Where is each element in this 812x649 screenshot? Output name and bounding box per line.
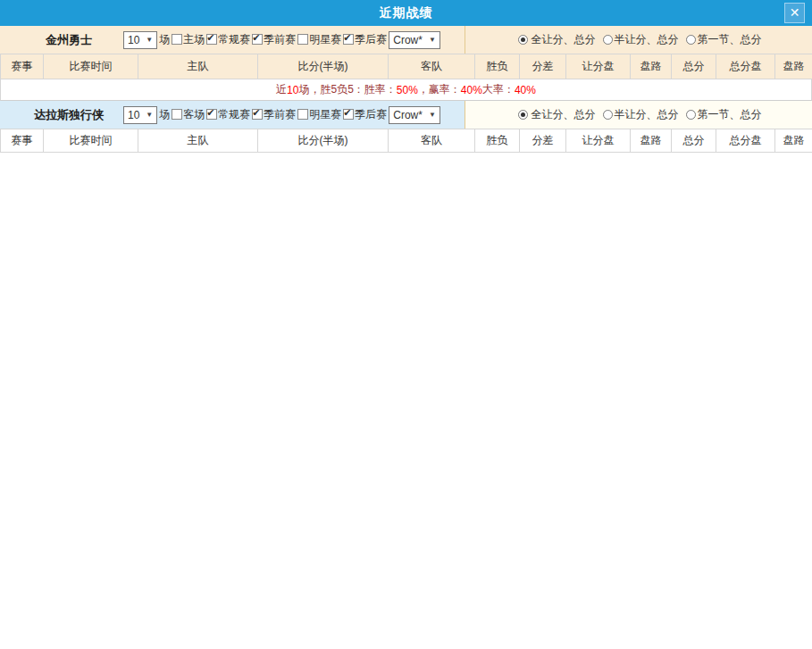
checkbox-label: 季前赛	[264, 107, 296, 122]
filter-radio-option[interactable]: 第一节、总分	[686, 32, 762, 47]
radio-label: 全让分、总分	[532, 32, 596, 47]
summary-text: 40%	[515, 84, 536, 96]
column-header: 赛事	[1, 129, 44, 153]
filter-radio-option[interactable]: 全让分、总分	[516, 32, 596, 47]
checkbox-unchecked-icon[interactable]	[172, 34, 182, 45]
games-count-suffix: 场	[159, 32, 170, 47]
summary-text: 大率：	[482, 82, 515, 97]
dropdown-arrow-icon: ▼	[429, 36, 436, 44]
column-header: 主队	[138, 54, 258, 79]
mavericks-filter-row: 达拉斯独行侠 10 ▼ 场 客场常规赛季前赛明星赛季后赛 Crow* ▼ 全让分…	[0, 101, 812, 129]
checkbox-label: 常规赛	[218, 32, 250, 47]
column-header: 总分盘	[716, 54, 775, 79]
filter-radio-option[interactable]: 第一节、总分	[686, 107, 762, 122]
checkbox-label: 季前赛	[264, 32, 296, 47]
checkbox-label: 客场	[183, 107, 205, 122]
filter-checkbox-option[interactable]: 季前赛	[250, 107, 296, 122]
checkbox-checked-icon[interactable]	[206, 34, 217, 45]
checkbox-checked-icon[interactable]	[252, 34, 263, 45]
filter-checkbox-option[interactable]: 客场	[170, 107, 205, 122]
warriors-radio-group: 全让分、总分半让分、总分第一节、总分	[465, 26, 812, 54]
column-header: 总分盘	[716, 129, 775, 153]
column-header: 主队	[138, 129, 258, 153]
dropdown-arrow-icon: ▼	[429, 111, 436, 119]
column-header: 盘路	[631, 54, 672, 79]
close-icon: ✕	[790, 5, 800, 20]
warriors-checkbox-group: 主场常规赛季前赛明星赛季后赛	[170, 32, 387, 48]
column-header: 胜负	[475, 54, 520, 79]
games-count-value: 10	[128, 34, 139, 46]
company-value: Crow*	[393, 34, 423, 46]
column-header: 分差	[520, 54, 566, 79]
checkbox-label: 明星赛	[309, 32, 341, 47]
games-count-select[interactable]: 10 ▼	[123, 31, 157, 49]
checkbox-unchecked-icon[interactable]	[297, 109, 308, 120]
checkbox-label: 明星赛	[309, 107, 341, 122]
filter-checkbox-option[interactable]: 常规赛	[205, 107, 250, 122]
column-header: 胜负	[475, 129, 520, 153]
radio-unselected-icon[interactable]	[686, 110, 696, 120]
radio-unselected-icon[interactable]	[686, 35, 696, 45]
dropdown-arrow-icon: ▼	[146, 36, 153, 44]
warriors-summary: 近 10 场，胜5负5：胜率：50%，赢率：40% 大率：40%	[0, 79, 812, 101]
radio-unselected-icon[interactable]	[603, 110, 613, 120]
column-header: 分差	[520, 129, 566, 153]
column-header: 比分(半场)	[258, 129, 389, 153]
checkbox-checked-icon[interactable]	[206, 109, 217, 120]
warriors-results-table: 赛事比赛时间主队比分(半场)客队胜负分差让分盘盘路总分总分盘盘路	[0, 54, 812, 79]
filter-checkbox-option[interactable]: 季后赛	[341, 32, 387, 47]
checkbox-checked-icon[interactable]	[343, 34, 354, 45]
checkbox-label: 季后赛	[355, 32, 387, 47]
column-header: 让分盘	[566, 54, 631, 79]
warriors-team-name: 金州勇士	[16, 32, 121, 48]
summary-text: 近	[276, 82, 287, 97]
checkbox-label: 主场	[183, 32, 205, 47]
column-header: 赛事	[1, 54, 44, 79]
table-header-row: 赛事比赛时间主队比分(半场)客队胜负分差让分盘盘路总分总分盘盘路	[1, 129, 812, 153]
column-header: 客队	[389, 129, 475, 153]
company-select[interactable]: Crow* ▼	[389, 106, 440, 124]
mavericks-checkbox-group: 客场常规赛季前赛明星赛季后赛	[170, 107, 387, 123]
mavericks-results-table: 赛事比赛时间主队比分(半场)客队胜负分差让分盘盘路总分总分盘盘路	[0, 129, 812, 153]
summary-text: ，赢率：	[418, 82, 461, 97]
filter-radio-option[interactable]: 半让分、总分	[603, 32, 679, 47]
summary-text: 50%	[397, 84, 418, 96]
filter-radio-option[interactable]: 半让分、总分	[603, 107, 679, 122]
filter-checkbox-option[interactable]: 常规赛	[205, 32, 250, 47]
column-header: 盘路	[775, 54, 812, 79]
filter-checkbox-option[interactable]: 明星赛	[296, 107, 341, 122]
page-title: 近期战绩	[380, 5, 433, 21]
games-count-select[interactable]: 10 ▼	[123, 106, 157, 124]
checkbox-checked-icon[interactable]	[252, 109, 263, 120]
checkbox-checked-icon[interactable]	[343, 109, 354, 120]
title-bar: 近期战绩 ✕	[0, 0, 812, 26]
checkbox-unchecked-icon[interactable]	[297, 34, 308, 45]
filter-checkbox-option[interactable]: 季前赛	[250, 32, 296, 47]
games-count-value: 10	[128, 109, 139, 121]
table-header-row: 赛事比赛时间主队比分(半场)客队胜负分差让分盘盘路总分总分盘盘路	[1, 54, 812, 79]
games-count-suffix: 场	[159, 107, 170, 122]
radio-selected-icon[interactable]	[518, 110, 528, 120]
filter-checkbox-option[interactable]: 明星赛	[296, 32, 341, 47]
dropdown-arrow-icon: ▼	[146, 111, 153, 119]
filter-checkbox-option[interactable]: 季后赛	[341, 107, 387, 122]
mavericks-radio-group: 全让分、总分半让分、总分第一节、总分	[465, 101, 812, 129]
close-button[interactable]: ✕	[784, 3, 805, 23]
checkbox-unchecked-icon[interactable]	[172, 109, 182, 120]
filter-radio-option[interactable]: 全让分、总分	[516, 107, 596, 122]
checkbox-label: 常规赛	[218, 107, 250, 122]
mavericks-filter-left: 达拉斯独行侠 10 ▼ 场 客场常规赛季前赛明星赛季后赛 Crow* ▼	[0, 101, 465, 129]
warriors-filter-left: 金州勇士 10 ▼ 场 主场常规赛季前赛明星赛季后赛 Crow* ▼	[0, 26, 465, 54]
radio-label: 全让分、总分	[532, 107, 596, 122]
filter-checkbox-option[interactable]: 主场	[170, 32, 205, 47]
column-header: 比分(半场)	[258, 54, 389, 79]
radio-unselected-icon[interactable]	[603, 35, 613, 45]
checkbox-label: 季后赛	[355, 107, 387, 122]
company-value: Crow*	[393, 109, 423, 121]
warriors-filter-row: 金州勇士 10 ▼ 场 主场常规赛季前赛明星赛季后赛 Crow* ▼ 全让分、总…	[0, 26, 812, 54]
summary-text: 场，胜5负5：胜率：	[298, 82, 396, 97]
column-header: 客队	[389, 54, 475, 79]
radio-selected-icon[interactable]	[518, 35, 528, 45]
company-select[interactable]: Crow* ▼	[389, 31, 440, 49]
summary-text: 10	[287, 84, 298, 96]
